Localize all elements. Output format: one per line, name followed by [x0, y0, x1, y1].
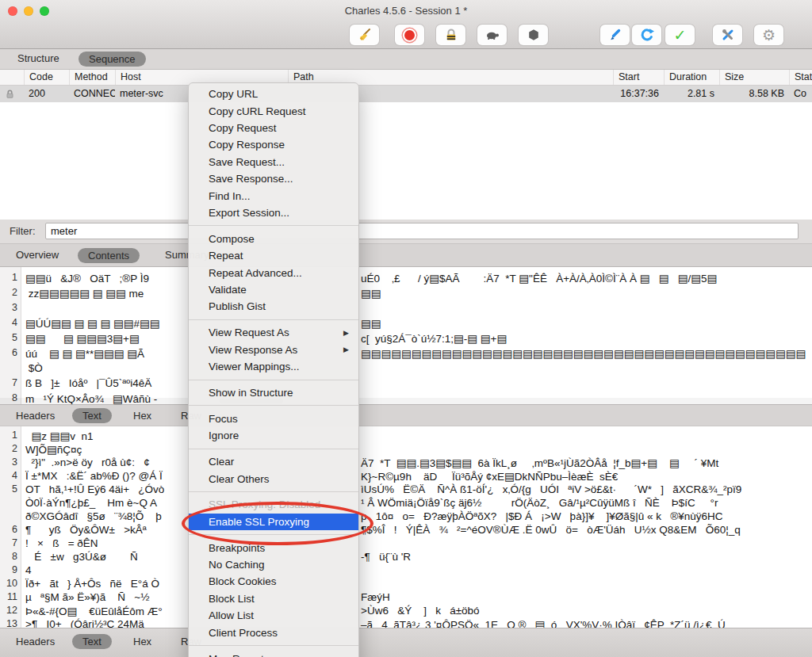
line-text: OT hã,¹+!Û Eý6 4äi+ ¿Óvò: [25, 483, 164, 495]
menu-item-label: Export Session...: [209, 207, 289, 219]
menu-item-label: Save Request...: [209, 156, 285, 168]
menu-item-label: View Request As: [209, 327, 289, 338]
menu-item-label: Map Remote: [209, 653, 270, 657]
column-size[interactable]: Size: [719, 70, 789, 85]
compose-button[interactable]: [600, 25, 630, 45]
tools-icon: [720, 27, 736, 43]
close-window-button[interactable]: [8, 6, 17, 16]
throttle-button[interactable]: [477, 25, 507, 45]
viewer-tab-bar: Headers Text Hex Raw: [0, 404, 812, 426]
tab-overview[interactable]: Overview: [16, 249, 59, 261]
line-text-right: ¹ Â WÖmiä¡Öïå9`ßç äj6½ rÖ(ÄòZ¸ Gâ/¹µ²Cûÿ…: [361, 497, 718, 509]
line-text-right: K}~R©µ9h äD Ïü³õÅý ¢xE▤DkNÑPbu–ÌèæÈ sÈ€: [361, 470, 618, 483]
repeat-button[interactable]: [632, 25, 661, 45]
breakpoints-button[interactable]: [519, 25, 548, 45]
code-line: 7ß B ]± Ióåº |¯Û5`ªºi4êÄ: [0, 377, 812, 392]
line-text: Ò0Ï·àÝn¶¿þ£_ Hm è~Q A: [25, 497, 157, 509]
menu-item-block-list[interactable]: Block List: [189, 590, 358, 607]
code-line: 11µ ª§M ã» Ë»¥)ã Ñ ~½FæýH: [0, 591, 812, 605]
record-button[interactable]: [395, 25, 424, 45]
tab-contents[interactable]: Contents: [78, 248, 140, 263]
menu-item-viewer-mappings[interactable]: Viewer Mappings...: [189, 358, 358, 375]
menu-separator: [189, 225, 358, 226]
line-text: >¶ I0+ (Óâri½³C 24Mä: [25, 618, 144, 628]
menu-item-client-process[interactable]: Client Process: [189, 624, 358, 640]
menu-item-copy-url[interactable]: Copy URL: [189, 86, 358, 102]
cell-start: 16:37:36: [613, 86, 664, 102]
line-number: 4: [0, 470, 17, 481]
navigation-tab-bar: Structure Sequence: [0, 49, 812, 70]
zoom-window-button[interactable]: [40, 6, 49, 16]
line-text-right: ¶$%Î ! Ý|ÊÀ ¾ ²=^éOV®ÙÆ .Ë 0wÛ ö= òÆ'Üáh…: [361, 524, 741, 536]
filter-bar: Filter:: [0, 220, 812, 244]
menu-item-no-caching[interactable]: No Caching: [189, 556, 358, 573]
settings-button[interactable]: ⚙: [754, 25, 783, 45]
minimize-window-button[interactable]: [24, 6, 33, 16]
cell-duration: 2.81 s: [664, 86, 719, 102]
menu-item-compose[interactable]: Compose: [189, 231, 358, 247]
line-text: zz▤▤▤▤▤ ▤ ▤▤ me: [25, 288, 144, 300]
menu-item-repeat[interactable]: Repeat: [189, 247, 358, 264]
menu-item-label: Copy URL: [209, 88, 258, 100]
code-line: ð©XGÓâdî §5ø ¨¾8¦Õ þp 1ô¤ o= Ð?æÿþÀÖªõX?…: [0, 510, 812, 524]
request-table-body: [0, 102, 812, 220]
column-duration[interactable]: Duration: [664, 70, 719, 85]
tab-headers[interactable]: Headers: [16, 410, 55, 422]
column-method[interactable]: Method: [69, 70, 115, 85]
menu-item-view-response-as[interactable]: View Response As▶: [189, 341, 358, 357]
code-line: 2 zz▤▤▤▤▤ ▤ ▤▤ me▤▤: [0, 287, 812, 302]
menu-item-allow-list[interactable]: Allow List: [189, 607, 358, 624]
menu-item-clear[interactable]: Clear: [189, 453, 358, 470]
tab-text-bottom[interactable]: Text: [72, 634, 112, 649]
code-line: 4▤ÚÚ▤▤ ▤ ▤ ▤ ▤▤#▤▤▤▤: [0, 317, 812, 332]
ssl-proxying-button[interactable]: [436, 25, 465, 45]
menu-item-view-request-as[interactable]: View Request As▶: [189, 324, 358, 341]
line-number: 11: [0, 591, 17, 602]
tab-headers-bottom[interactable]: Headers: [16, 636, 55, 647]
tab-sequence[interactable]: Sequence: [79, 52, 146, 67]
menu-item-copy-response[interactable]: Copy Response: [189, 136, 358, 153]
code-line: 2W]Õ▤ñÇ¤ç: [0, 443, 812, 456]
menu-item-copy-curl-request[interactable]: Copy cURL Request: [189, 102, 358, 119]
validate-button[interactable]: ✓: [665, 25, 695, 45]
menu-item-map-remote[interactable]: Map Remote: [189, 650, 358, 657]
horizontal-scrollbar[interactable]: [0, 398, 812, 404]
menu-item-ignore[interactable]: Ignore: [189, 427, 358, 444]
menu-item-save-request[interactable]: Save Request...: [189, 154, 358, 170]
menu-separator: [189, 319, 358, 320]
column-code[interactable]: Code: [24, 70, 69, 85]
code-line: 7! × ß = ðÊN: [0, 537, 812, 551]
table-row[interactable]: 200 CONNECT meter-svc 16:37:36 2.81 s 8.…: [0, 86, 812, 102]
tab-structure[interactable]: Structure: [17, 52, 59, 64]
menu-item-export-session[interactable]: Export Session...: [189, 204, 358, 221]
tab-text[interactable]: Text: [72, 408, 112, 423]
line-number: 1: [0, 430, 17, 441]
menu-item-save-response[interactable]: Save Response...: [189, 170, 358, 187]
line-number: 3: [0, 302, 17, 313]
clear-session-button[interactable]: [350, 25, 379, 45]
tab-hex-bottom[interactable]: Hex: [133, 636, 151, 647]
menu-item-block-cookies[interactable]: Block Cookies: [189, 573, 358, 590]
filter-input[interactable]: [45, 223, 799, 239]
cell-code: 200: [24, 86, 69, 102]
line-text: ▤z ▤▤v n1: [25, 430, 94, 442]
tab-hex[interactable]: Hex: [133, 410, 151, 422]
menu-item-label: Show in Structure: [209, 387, 293, 399]
cell-status: Co: [789, 86, 812, 102]
menu-item-find-in[interactable]: Find In...: [189, 187, 358, 204]
column-status[interactable]: Status: [789, 70, 812, 85]
line-text: ð©XGÓâdî §5ø ¨¾8¦Õ þ: [25, 510, 162, 522]
tools-button[interactable]: [713, 25, 742, 45]
menu-item-publish-gist[interactable]: Publish Gist: [189, 298, 358, 315]
menu-item-validate[interactable]: Validate: [189, 281, 358, 298]
column-start[interactable]: Start: [613, 70, 664, 85]
line-number: 9: [0, 564, 17, 575]
menu-item-label: Focus: [209, 413, 238, 425]
menu-item-copy-request[interactable]: Copy Request: [189, 120, 358, 136]
menu-item-repeat-advanced[interactable]: Repeat Advanced...: [189, 264, 358, 281]
menu-item-clear-others[interactable]: Clear Others: [189, 470, 358, 487]
menu-item-label: No Caching: [209, 559, 265, 571]
menu-item-focus[interactable]: Focus: [189, 411, 358, 427]
menu-item-show-in-structure[interactable]: Show in Structure: [189, 384, 358, 401]
line-text: ¶ yß Öy&ÔW± >kÂª: [25, 524, 147, 536]
